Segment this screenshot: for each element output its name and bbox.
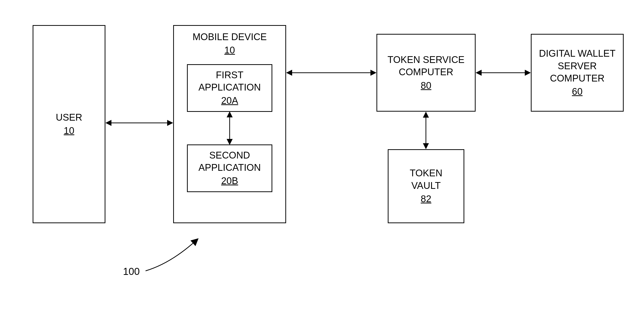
arrow-tokenservice-vault	[422, 112, 430, 149]
mobile-device-box: MOBILE DEVICE 10 FIRST APPLICATION 20A S…	[173, 25, 286, 223]
token-vault-box: TOKEN VAULT 82	[388, 149, 464, 223]
token-service-ref: 80	[421, 80, 431, 92]
token-vault-label2: VAULT	[411, 180, 441, 192]
figure-ref-arrow	[141, 236, 206, 276]
token-service-label2: COMPUTER	[399, 66, 453, 78]
digital-wallet-label1: DIGITAL WALLET	[539, 47, 616, 60]
mobile-device-ref: 10	[224, 44, 235, 56]
user-label: USER	[56, 111, 82, 124]
digital-wallet-label3: COMPUTER	[550, 72, 604, 85]
token-vault-ref: 82	[421, 193, 431, 205]
digital-wallet-ref: 60	[572, 86, 583, 98]
first-app-box: FIRST APPLICATION 20A	[187, 64, 272, 112]
token-service-label1: TOKEN SERVICE	[388, 54, 465, 66]
first-app-label2: APPLICATION	[199, 81, 261, 94]
arrow-mobile-tokenservice	[286, 69, 376, 76]
mobile-device-label: MOBILE DEVICE	[192, 31, 267, 43]
second-app-box: SECOND APPLICATION 20B	[187, 144, 272, 192]
second-app-label2: APPLICATION	[199, 162, 261, 174]
arrow-user-mobile	[105, 119, 173, 127]
second-app-ref: 20B	[221, 175, 238, 187]
user-box: USER 10	[33, 25, 105, 223]
arrow-tokenservice-wallet	[476, 69, 531, 76]
figure-ref-label: 100	[123, 266, 140, 277]
user-ref: 10	[64, 125, 74, 137]
token-service-box: TOKEN SERVICE COMPUTER 80	[376, 34, 476, 112]
first-app-label1: FIRST	[216, 69, 243, 81]
first-app-ref: 20A	[221, 95, 238, 107]
digital-wallet-label2: SERVER	[558, 60, 597, 72]
second-app-label1: SECOND	[209, 149, 250, 162]
arrow-first-second	[226, 112, 233, 144]
token-vault-label1: TOKEN	[410, 167, 442, 179]
digital-wallet-box: DIGITAL WALLET SERVER COMPUTER 60	[531, 34, 624, 112]
